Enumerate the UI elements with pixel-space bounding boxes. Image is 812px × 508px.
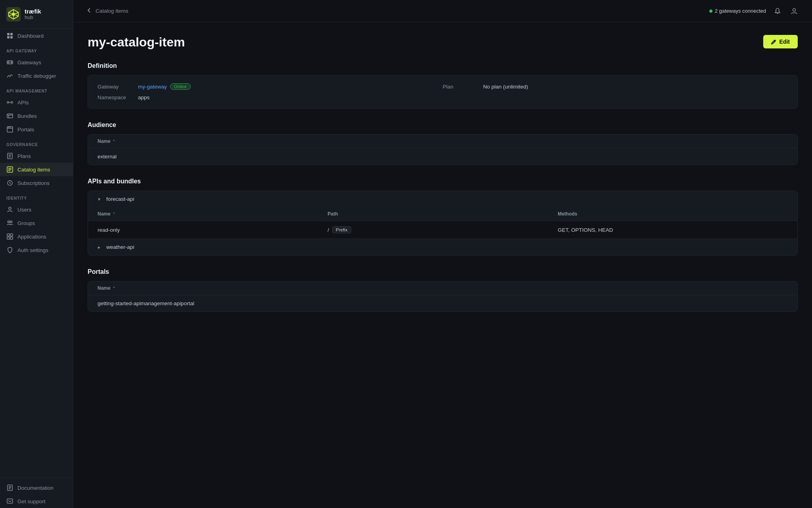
sidebar-item-plans[interactable]: Plans: [0, 149, 73, 163]
sidebar-item-groups[interactable]: Groups: [0, 216, 73, 230]
apis-bundles-card: ▾ forecast-api Name ⌃ Path Methods: [88, 190, 798, 256]
sidebar-subscriptions-label: Subscriptions: [17, 180, 50, 186]
catalog-items-icon: [6, 166, 13, 173]
namespace-label: Namespace: [98, 94, 133, 100]
plan-row: Plan No plan (unlimited): [443, 83, 788, 90]
topbar-left: Catalog items: [86, 7, 128, 15]
definition-card: Gateway my-gateway Online Plan No plan (…: [88, 75, 798, 109]
forecast-api-header[interactable]: ▾ forecast-api: [88, 191, 797, 207]
sidebar-catalog-items-label: Catalog items: [17, 167, 50, 173]
sidebar-item-applications[interactable]: Applications: [0, 230, 73, 243]
gateway-link[interactable]: my-gateway: [138, 84, 167, 90]
logo-text: træfik hub: [25, 8, 41, 21]
weather-api-title: weather-api: [106, 244, 134, 250]
subscriptions-icon: [6, 179, 13, 187]
apis-bundles-section: APIs and bundles ▾ forecast-api Name ⌃: [88, 178, 798, 256]
topbar-right: 2 gateways connected: [709, 6, 799, 16]
edit-button[interactable]: Edit: [763, 35, 798, 48]
portals-row: getting-started-apimanagement-apiportal: [88, 295, 797, 312]
audience-name-col: Name ⌃: [98, 139, 788, 144]
notifications-button[interactable]: [772, 6, 783, 16]
forecast-path-col: Path: [327, 211, 557, 217]
sidebar: træfik hub Dashboard API Gateway Gateway…: [0, 0, 73, 508]
sidebar-section-api-gateway: API Gateway: [0, 42, 73, 56]
forecast-row-path: / Prefix: [327, 226, 557, 233]
sidebar-item-get-support[interactable]: Get support: [0, 495, 73, 508]
svg-point-48: [793, 8, 796, 11]
sidebar-documentation-label: Documentation: [17, 485, 54, 491]
gateway-value: my-gateway Online: [138, 83, 191, 90]
bundles-icon: [6, 112, 13, 119]
forecast-table-header: Name ⌃ Path Methods: [88, 207, 797, 221]
portals-card: Name ⌃ getting-started-apimanagement-api…: [88, 281, 798, 312]
get-support-icon: [6, 498, 13, 505]
plan-label: Plan: [443, 84, 479, 90]
sidebar-item-dashboard[interactable]: Dashboard: [0, 29, 73, 42]
sidebar-applications-label: Applications: [17, 234, 46, 240]
sidebar-auth-settings-label: Auth settings: [17, 247, 48, 253]
sort-icon: ⌃: [112, 139, 115, 144]
forecast-sort-icon: ⌃: [112, 212, 115, 216]
sidebar-plans-label: Plans: [17, 153, 31, 159]
topbar: Catalog items 2 gateways connected: [73, 0, 812, 22]
users-icon: [6, 206, 13, 213]
sidebar-dashboard-label: Dashboard: [17, 33, 44, 39]
breadcrumb[interactable]: Catalog items: [96, 8, 128, 14]
namespace-value: apps: [138, 94, 149, 100]
back-arrow-icon[interactable]: [86, 7, 92, 15]
svg-rect-42: [10, 237, 13, 239]
svg-rect-41: [7, 237, 10, 239]
user-profile-button[interactable]: [789, 6, 799, 16]
sidebar-item-users[interactable]: Users: [0, 203, 73, 216]
audience-section: Audience Name ⌃ external: [88, 121, 798, 165]
status-label: 2 gateways connected: [715, 8, 766, 14]
sidebar-users-label: Users: [17, 207, 31, 213]
apis-bundles-title: APIs and bundles: [88, 178, 798, 185]
svg-rect-11: [7, 36, 10, 38]
svg-rect-39: [7, 234, 10, 236]
svg-point-37: [8, 221, 10, 223]
svg-rect-47: [7, 499, 13, 503]
sidebar-item-subscriptions[interactable]: Subscriptions: [0, 176, 73, 190]
logo-name: træfik: [25, 8, 41, 15]
svg-point-36: [9, 207, 11, 210]
dashboard-icon: [6, 32, 13, 39]
sidebar-item-portals[interactable]: Portals: [0, 123, 73, 136]
forecast-chevron-down-icon: ▾: [96, 196, 102, 202]
sidebar-bottom: Documentation Get support: [0, 477, 73, 508]
svg-point-17: [7, 102, 9, 103]
weather-api-accordion: ▸ weather-api: [88, 239, 797, 255]
sidebar-traffic-label: Traffic debugger: [17, 73, 56, 79]
sidebar-item-catalog-items[interactable]: Catalog items: [0, 163, 73, 176]
prefix-badge: Prefix: [332, 226, 351, 233]
sidebar-item-bundles[interactable]: Bundles: [0, 109, 73, 123]
traffic-debugger-icon: [6, 72, 13, 79]
sidebar-item-apis[interactable]: APIs: [0, 96, 73, 109]
page-header: my-catalog-item Edit: [88, 35, 798, 50]
gateway-status: 2 gateways connected: [709, 8, 766, 14]
gateways-icon: [6, 59, 13, 66]
forecast-row-name: read-only: [98, 227, 327, 233]
svg-point-2: [12, 13, 15, 16]
auth-settings-icon: [6, 246, 13, 254]
svg-rect-20: [7, 114, 13, 118]
sidebar-item-gateways[interactable]: Gateways: [0, 56, 73, 69]
svg-point-38: [10, 221, 12, 223]
groups-icon: [6, 219, 13, 227]
portals-table-header: Name ⌃: [88, 281, 797, 295]
audience-row: external: [88, 148, 797, 165]
page-title: my-catalog-item: [88, 35, 185, 50]
weather-chevron-right-icon: ▸: [96, 244, 102, 250]
weather-api-header[interactable]: ▸ weather-api: [88, 239, 797, 255]
sidebar-bundles-label: Bundles: [17, 113, 37, 119]
sidebar-item-auth-settings[interactable]: Auth settings: [0, 243, 73, 257]
gateway-status-badge: Online: [170, 83, 191, 90]
sidebar-item-documentation[interactable]: Documentation: [0, 481, 73, 495]
sidebar-section-api-management: API Management: [0, 83, 73, 96]
gateway-row: Gateway my-gateway Online: [98, 83, 443, 90]
sidebar-item-traffic-debugger[interactable]: Traffic debugger: [0, 69, 73, 83]
forecast-name-col: Name ⌃: [98, 211, 327, 217]
sidebar-apis-label: APIs: [17, 100, 29, 106]
apis-icon: [6, 99, 13, 106]
sidebar-groups-label: Groups: [17, 220, 35, 226]
